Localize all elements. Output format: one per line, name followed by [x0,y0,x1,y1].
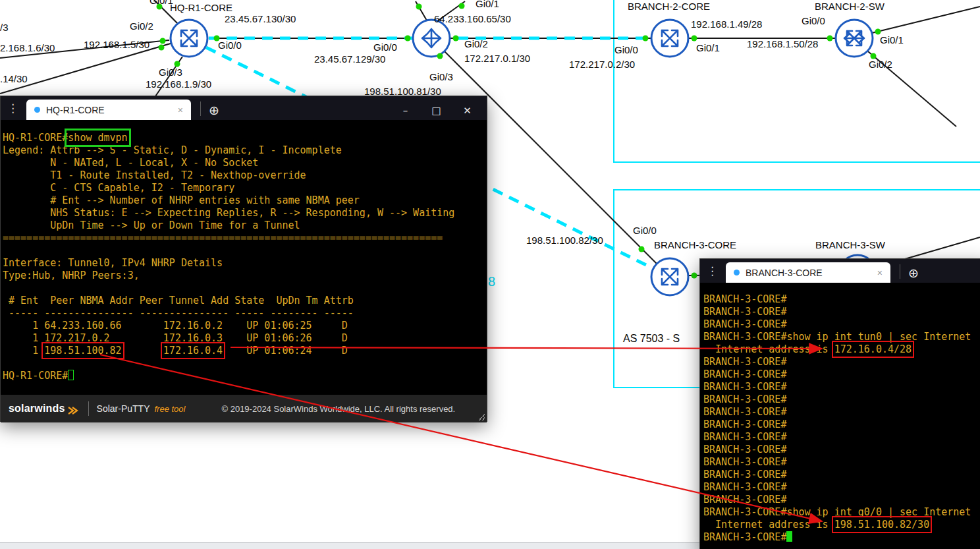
terminal-line: BRANCH-3-CORE# [703,419,980,431]
solar-putty-window-branch3: ⋮ BRANCH-3-CORE × ⊕ BRANCH-3-CORE#BRANCH… [699,258,980,549]
terminal-text: 1 172.217.0.2 172.16.0.3 UP 01:06:26 D [3,332,348,344]
terminal-text: UP 01:06:24 D [223,345,348,357]
terminal-text: BRANCH-3-CORE# [703,356,786,368]
router-hq-r1-core-icon[interactable] [171,20,207,57]
titlebar-branch3[interactable]: ⋮ BRANCH-3-CORE × ⊕ [700,259,980,283]
terminal-text: ----- --------------- --------------- --… [3,307,354,319]
terminal-line: BRANCH-3-CORE# [703,531,980,544]
terminal-line: BRANCH-3-CORE# [703,306,980,318]
terminal-text: Type:Hub, NHRP Peers:3, [3,270,140,281]
terminal-line: BRANCH-3-CORE# [703,406,980,419]
solar-putty-footer: solarwinds Solar-PuTTY free tool © 2019-… [1,395,487,422]
terminal-text: HQ-R1-CORE# [3,132,68,144]
terminal-line [3,245,487,257]
terminal-line: BRANCH-3-CORE# [703,318,980,331]
terminal-line: BRANCH-3-CORE# [703,393,980,406]
terminal-line: ========================================… [3,232,487,245]
session-tab-hq[interactable]: HQ-R1-CORE × [26,100,191,120]
minimize-button[interactable]: – [390,105,421,117]
terminal-text: ========================================… [3,232,443,244]
session-tab-branch3[interactable]: BRANCH-3-CORE × [726,262,890,283]
terminal-line: Legend: Attrb --> S - Static, D - Dynami… [3,144,487,157]
terminal-line: BRANCH-3-CORE#show ip int tun0 | sec Int… [703,331,980,343]
terminal-line: UpDn Time --> Up or Down Time for a Tunn… [3,219,487,232]
menu-icon[interactable]: ⋮ [1,101,26,120]
terminal-output-hq[interactable]: HQ-R1-CORE#show dmvpnLegend: Attrb --> S… [1,120,487,395]
terminal-line: BRANCH-3-CORE# [703,293,980,306]
terminal-text: BRANCH-3-CORE# [703,481,786,493]
close-button[interactable]: ✕ [452,105,483,117]
highlight-box-green: show dmvpn [68,132,127,144]
desktop-canvas: Gi0/1HQ-R1-CORE23.45.67.130/30Gi0/2/3192… [0,0,980,549]
maximize-button[interactable]: □ [421,105,452,117]
tab-divider [200,101,201,116]
terminal-text: BRANCH-3-CORE# [703,406,786,418]
router-branch-3-core-icon[interactable] [651,258,688,295]
session-status-dot [34,107,40,113]
terminal-line: Internet address is 198.51.100.82/30 [703,519,980,531]
terminal-text: T1 - Route Installed, T2 - Nexthop-overr… [3,169,306,181]
terminal-line [3,357,487,370]
window-controls: – □ ✕ [390,105,483,117]
terminal-text: Internet address is [703,519,834,531]
terminal-text: BRANCH-3-CORE# [703,318,786,330]
terminal-text: Internet address is [703,343,834,355]
terminal-text: UpDn Time --> Up or Down Time for a Tunn… [3,219,300,231]
terminal-line: T1 - Route Installed, T2 - Nexthop-overr… [3,169,487,182]
terminal-line: 1 172.217.0.2 172.16.0.3 UP 01:06:26 D [3,332,487,345]
product-name: Solar-PuTTY [97,403,150,414]
terminal-line: BRANCH-3-CORE# [703,456,980,469]
terminal-line: BRANCH-3-CORE# [703,469,980,481]
terminal-line: # Ent Peer NBMA Addr Peer Tunnel Add Sta… [3,295,487,307]
terminal-cursor [786,531,792,542]
highlight-box-red: 198.51.100.82/30 [834,519,930,531]
terminal-line: HQ-R1-CORE# [3,370,487,382]
highlight-box-red: 172.16.0.4 [163,345,223,357]
terminal-line: BRANCH-3-CORE# [703,368,980,381]
terminal-line: ----- --------------- --------------- --… [3,307,487,320]
terminal-text: Interface: Tunnel0, IPv4 NHRP Details [3,257,223,269]
terminal-text: BRANCH-3-CORE# [703,306,786,318]
terminal-line: HQ-R1-CORE#show dmvpn [3,132,487,144]
terminal-text: HQ-R1-CORE# [3,370,68,382]
terminal-line: BRANCH-3-CORE# [703,381,980,393]
switch-branch-2-sw-icon[interactable] [836,20,873,57]
terminal-line: N - NATed, L - Local, X - No Socket [3,157,487,169]
terminal-line: BRANCH-3-CORE# [703,494,980,506]
session-tab-label: BRANCH-3-CORE [746,268,875,278]
terminal-text: # Ent Peer NBMA Addr Peer Tunnel Add Sta… [3,295,354,306]
terminal-text: BRANCH-3-CORE# [703,393,786,405]
terminal-line: 1 64.233.160.66 172.16.0.2 UP 01:06:25 D [3,320,487,332]
session-tab-label: HQ-R1-CORE [46,105,175,115]
terminal-text: NHS Status: E --> Expecting Replies, R -… [3,207,454,219]
terminal-line: NHS Status: E --> Expecting Replies, R -… [3,207,487,219]
new-session-icon[interactable]: ⊕ [209,103,219,117]
terminal-line: Interface: Tunnel0, IPv4 NHRP Details [3,257,487,270]
session-status-dot [734,270,740,275]
router-branch-2-core-icon[interactable] [651,20,688,57]
titlebar-hq[interactable]: ⋮ HQ-R1-CORE × ⊕ – □ ✕ [1,96,487,120]
terminal-text: Legend: Attrb --> S - Static, D - Dynami… [3,144,342,156]
resize-grip[interactable] [478,414,485,420]
terminal-text: 1 64.233.160.66 172.16.0.2 UP 01:06:25 D [3,320,348,332]
solar-putty-window-hq: ⋮ HQ-R1-CORE × ⊕ – □ ✕ HQ-R1-CORE#show d… [0,96,487,422]
new-session-icon[interactable]: ⊕ [908,266,919,280]
terminal-text: BRANCH-3-CORE# [703,531,786,543]
menu-icon[interactable]: ⋮ [700,264,726,283]
terminal-text: # Ent --> Number of NHRP entries with sa… [3,194,360,206]
terminal-line: Internet address is 172.16.0.4/28 [703,343,980,356]
terminal-text: C - CTS Capable, I2 - Temporary [3,182,234,194]
terminal-text: BRANCH-3-CORE# [703,469,786,480]
terminal-output-branch3[interactable]: BRANCH-3-CORE#BRANCH-3-CORE#BRANCH-3-COR… [700,283,980,549]
tab-divider [900,264,900,279]
tab-close-icon[interactable]: × [875,268,885,278]
free-tool-link[interactable]: free tool [155,404,186,414]
terminal-text: BRANCH-3-CORE# [703,494,786,506]
highlight-box-red: 198.51.100.82 [44,345,121,357]
router-isp-icon[interactable] [413,20,450,57]
terminal-line: BRANCH-3-CORE# [703,431,980,444]
terminal-cursor [68,370,74,380]
tab-close-icon[interactable]: × [175,105,186,115]
terminal-line [3,282,487,295]
terminal-text: BRANCH-3-CORE# [703,419,786,430]
